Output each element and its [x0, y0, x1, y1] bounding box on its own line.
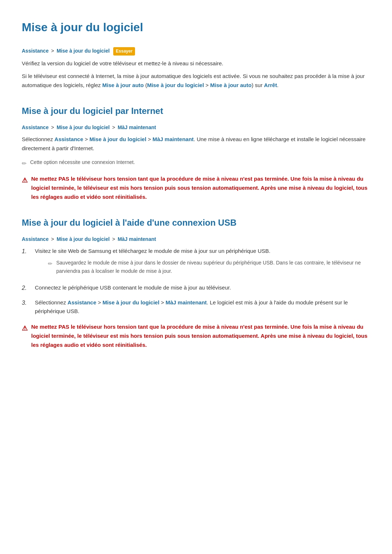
s1-body-bold3: MàJ maintenant [152, 136, 193, 142]
section2-warning-text: Ne mettez PAS le téléviseur hors tension… [31, 323, 370, 349]
s1-body-sep2: > [146, 136, 152, 142]
s3-bold3: MàJ maintenant [166, 299, 207, 305]
s1-breadcrumb-logiciel[interactable]: Mise à jour du logiciel [57, 124, 110, 130]
section2-breadcrumb: Assistance > Mise à jour du logiciel > M… [22, 235, 370, 243]
s2-sep2: > [112, 236, 115, 242]
try-badge[interactable]: Essayer [113, 47, 135, 56]
steps-list: 1. Visitez le site Web de Samsung et tél… [22, 247, 370, 316]
section1-breadcrumb: Assistance > Mise à jour du logiciel > M… [22, 123, 370, 131]
intro-bold-maj-auto: Mise à jour auto [102, 82, 144, 88]
s1-sep2: > [112, 124, 115, 130]
s3-bold2: Mise à jour du logiciel [102, 299, 159, 305]
step-2-num: 2. [22, 283, 30, 293]
section1-note-text: Cette option nécessite une connexion Int… [30, 158, 135, 166]
step-1-num: 1. [22, 247, 30, 278]
s2-breadcrumb-logiciel[interactable]: Mise à jour du logiciel [57, 236, 110, 242]
step-3: 3. Sélectionnez Assistance > Mise à jour… [22, 298, 370, 316]
warning-icon-1: ⚠ [22, 175, 28, 186]
intro-text-1: Vérifiez la version du logiciel de votre… [22, 59, 370, 68]
step-1-subnote-text: Sauvegardez le module de mise à jour dan… [56, 259, 370, 275]
step-3-num: 3. [22, 298, 30, 316]
section1-warning: ⚠ Ne mettez PAS le téléviseur hors tensi… [22, 175, 370, 201]
s3-part1: Sélectionnez [35, 299, 68, 305]
page-title: Mise à jour du logiciel [22, 18, 370, 37]
s1-breadcrumb-assistance[interactable]: Assistance [22, 124, 49, 130]
section1-body: Sélectionnez Assistance > Mise à jour du… [22, 135, 370, 153]
breadcrumb-top: Assistance > Mise à jour du logiciel Ess… [22, 47, 370, 56]
s1-breadcrumb-maj[interactable]: MàJ maintenant [118, 124, 156, 130]
s1-body-part1: Sélectionnez [22, 136, 54, 142]
s2-breadcrumb-maj[interactable]: MàJ maintenant [118, 236, 156, 242]
section1-warning-text: Ne mettez PAS le téléviseur hors tension… [31, 175, 370, 201]
intro-bold-maj-auto-2: Mise à jour auto [210, 82, 252, 88]
section1-title: Mise à jour du logiciel par Internet [22, 104, 370, 118]
step-1-text: Visitez le site Web de Samsung et téléch… [35, 248, 270, 254]
section2-warning: ⚠ Ne mettez PAS le téléviseur hors tensi… [22, 323, 370, 349]
step-2-text: Connectez le périphérique USB contenant … [35, 284, 231, 291]
section1-note: ✏ Cette option nécessite une connexion I… [22, 158, 370, 168]
s2-breadcrumb-assistance[interactable]: Assistance [22, 236, 49, 242]
step-1-subnote: ✏ Sauvegardez le module de mise à jour d… [48, 259, 370, 275]
intro-text-2-end: . [277, 82, 278, 88]
s3-sep1: > [96, 299, 102, 305]
step-1-content: Visitez le site Web de Samsung et téléch… [35, 247, 370, 278]
s1-sep1: > [51, 124, 54, 130]
pencil-icon-1: ✏ [22, 159, 26, 168]
s1-body-bold2: Mise à jour du logiciel [89, 136, 146, 142]
step-2: 2. Connectez le périphérique USB contena… [22, 283, 370, 293]
step-3-content: Sélectionnez Assistance > Mise à jour du… [35, 298, 370, 316]
s1-body-sep1: > [83, 136, 89, 142]
warning-icon-2: ⚠ [22, 323, 28, 334]
breadcrumb-logiciel[interactable]: Mise à jour du logiciel [57, 48, 110, 54]
step-2-content: Connectez le périphérique USB contenant … [35, 283, 370, 293]
intro-sep-1: > [204, 82, 210, 88]
step-1: 1. Visitez le site Web de Samsung et tél… [22, 247, 370, 278]
intro-text-2: Si le téléviseur est connecté à Internet… [22, 72, 370, 90]
intro-text-2-part2: ( [144, 82, 147, 88]
intro-text-2-part3: ) sur [252, 82, 264, 88]
section2-title: Mise à jour du logiciel à l'aide d'une c… [22, 216, 370, 230]
breadcrumb-sep1: > [51, 48, 54, 54]
s1-body-bold1: Assistance [54, 136, 83, 142]
intro-bold-arret: Arrêt [264, 82, 277, 88]
intro-bold-logiciel: Mise à jour du logiciel [147, 82, 204, 88]
breadcrumb-assistance[interactable]: Assistance [22, 48, 49, 54]
s3-bold1: Assistance [68, 299, 96, 305]
pencil-icon-2: ✏ [48, 259, 53, 268]
s3-sep2: > [159, 299, 166, 305]
s2-sep1: > [51, 236, 54, 242]
